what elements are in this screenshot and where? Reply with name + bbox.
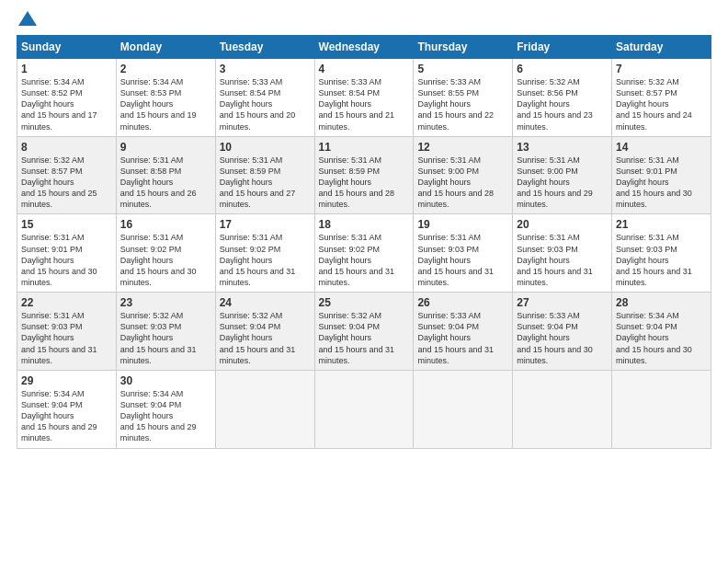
calendar-cell: 11 Sunrise: 5:31 AMSunset: 8:59 PMDaylig… [314, 136, 414, 214]
day-info: Sunrise: 5:34 AMSunset: 9:04 PMDaylight … [120, 388, 211, 444]
day-number: 21 [616, 218, 707, 231]
day-number: 2 [120, 63, 211, 75]
calendar-header-sunday: Sunday [17, 36, 117, 59]
calendar-cell: 20 Sunrise: 5:31 AMSunset: 9:03 PMDaylig… [513, 214, 612, 293]
calendar-cell: 30 Sunrise: 5:34 AMSunset: 9:04 PMDaylig… [116, 370, 215, 448]
header [17, 15, 711, 26]
calendar-week-3: 15 Sunrise: 5:31 AMSunset: 9:01 PMDaylig… [17, 214, 711, 293]
day-info: Sunrise: 5:32 AMSunset: 9:03 PMDaylight … [120, 310, 211, 366]
day-info: Sunrise: 5:34 AMSunset: 9:04 PMDaylight … [21, 388, 112, 444]
calendar-cell: 14 Sunrise: 5:31 AMSunset: 9:01 PMDaylig… [612, 136, 711, 214]
day-info: Sunrise: 5:31 AMSunset: 9:01 PMDaylight … [616, 155, 707, 211]
calendar-header-monday: Monday [116, 36, 215, 59]
day-info: Sunrise: 5:33 AMSunset: 8:54 PMDaylight … [319, 76, 410, 132]
calendar-cell: 28 Sunrise: 5:34 AMSunset: 9:04 PMDaylig… [612, 293, 711, 371]
calendar-cell: 21 Sunrise: 5:31 AMSunset: 9:03 PMDaylig… [612, 214, 711, 293]
calendar-cell: 8 Sunrise: 5:32 AMSunset: 8:57 PMDayligh… [17, 136, 117, 214]
calendar-cell: 25 Sunrise: 5:32 AMSunset: 9:04 PMDaylig… [314, 293, 414, 371]
calendar-cell: 16 Sunrise: 5:31 AMSunset: 9:02 PMDaylig… [116, 214, 215, 293]
day-info: Sunrise: 5:31 AMSunset: 8:59 PMDaylight … [220, 155, 311, 211]
day-number: 28 [616, 296, 707, 309]
day-info: Sunrise: 5:31 AMSunset: 9:00 PMDaylight … [417, 155, 508, 211]
day-info: Sunrise: 5:34 AMSunset: 8:53 PMDaylight … [120, 76, 211, 132]
day-info: Sunrise: 5:32 AMSunset: 8:56 PMDaylight … [517, 76, 608, 132]
calendar-header-wednesday: Wednesday [314, 36, 414, 59]
day-number: 26 [417, 296, 508, 309]
logo-triangle-icon [18, 11, 37, 26]
calendar-cell [414, 370, 513, 448]
day-number: 4 [319, 63, 410, 75]
day-number: 19 [417, 218, 508, 231]
day-number: 13 [517, 141, 608, 154]
day-number: 12 [417, 141, 508, 154]
day-number: 3 [220, 63, 311, 75]
calendar-cell: 19 Sunrise: 5:31 AMSunset: 9:03 PMDaylig… [414, 214, 513, 293]
calendar-table: SundayMondayTuesdayWednesdayThursdayFrid… [17, 35, 711, 449]
day-number: 27 [517, 296, 608, 309]
calendar-cell: 1 Sunrise: 5:34 AMSunset: 8:52 PMDayligh… [17, 59, 117, 137]
day-info: Sunrise: 5:33 AMSunset: 9:04 PMDaylight … [417, 310, 508, 366]
page: SundayMondayTuesdayWednesdayThursdayFrid… [0, 0, 728, 563]
calendar-cell: 5 Sunrise: 5:33 AMSunset: 8:55 PMDayligh… [414, 59, 513, 137]
calendar-week-5: 29 Sunrise: 5:34 AMSunset: 9:04 PMDaylig… [17, 370, 711, 448]
calendar-cell: 22 Sunrise: 5:31 AMSunset: 9:03 PMDaylig… [17, 293, 117, 371]
calendar-header-saturday: Saturday [612, 36, 711, 59]
day-info: Sunrise: 5:31 AMSunset: 9:03 PMDaylight … [21, 310, 112, 366]
calendar-week-1: 1 Sunrise: 5:34 AMSunset: 8:52 PMDayligh… [17, 59, 711, 137]
day-number: 7 [616, 63, 707, 75]
calendar-cell: 29 Sunrise: 5:34 AMSunset: 9:04 PMDaylig… [17, 370, 117, 448]
day-number: 25 [319, 296, 410, 309]
day-number: 16 [120, 218, 211, 231]
calendar-cell: 6 Sunrise: 5:32 AMSunset: 8:56 PMDayligh… [513, 59, 612, 137]
day-number: 5 [417, 63, 508, 75]
day-number: 15 [21, 218, 112, 231]
day-number: 1 [21, 63, 112, 75]
day-number: 30 [120, 374, 211, 387]
day-number: 14 [616, 141, 707, 154]
day-info: Sunrise: 5:32 AMSunset: 9:04 PMDaylight … [319, 310, 410, 366]
day-info: Sunrise: 5:31 AMSunset: 9:03 PMDaylight … [417, 232, 508, 288]
calendar-cell: 3 Sunrise: 5:33 AMSunset: 8:54 PMDayligh… [215, 59, 314, 137]
day-number: 8 [21, 141, 112, 154]
day-number: 17 [220, 218, 311, 231]
day-info: Sunrise: 5:31 AMSunset: 9:02 PMDaylight … [319, 232, 410, 288]
day-number: 10 [220, 141, 311, 154]
day-info: Sunrise: 5:31 AMSunset: 9:00 PMDaylight … [517, 155, 608, 211]
day-number: 11 [319, 141, 410, 154]
calendar-header-tuesday: Tuesday [215, 36, 314, 59]
day-info: Sunrise: 5:31 AMSunset: 9:01 PMDaylight … [21, 232, 112, 288]
day-info: Sunrise: 5:32 AMSunset: 8:57 PMDaylight … [616, 76, 707, 132]
calendar-header-row: SundayMondayTuesdayWednesdayThursdayFrid… [17, 36, 711, 59]
logo [17, 15, 37, 26]
calendar-cell: 9 Sunrise: 5:31 AMSunset: 8:58 PMDayligh… [116, 136, 215, 214]
day-info: Sunrise: 5:31 AMSunset: 9:03 PMDaylight … [517, 232, 608, 288]
day-info: Sunrise: 5:34 AMSunset: 9:04 PMDaylight … [616, 310, 707, 366]
calendar-cell: 13 Sunrise: 5:31 AMSunset: 9:00 PMDaylig… [513, 136, 612, 214]
calendar-cell: 4 Sunrise: 5:33 AMSunset: 8:54 PMDayligh… [314, 59, 414, 137]
day-info: Sunrise: 5:32 AMSunset: 9:04 PMDaylight … [220, 310, 311, 366]
calendar-header-friday: Friday [513, 36, 612, 59]
calendar-cell: 7 Sunrise: 5:32 AMSunset: 8:57 PMDayligh… [612, 59, 711, 137]
calendar-cell: 17 Sunrise: 5:31 AMSunset: 9:02 PMDaylig… [215, 214, 314, 293]
calendar-cell [215, 370, 314, 448]
calendar-cell: 2 Sunrise: 5:34 AMSunset: 8:53 PMDayligh… [116, 59, 215, 137]
day-number: 20 [517, 218, 608, 231]
calendar-cell: 12 Sunrise: 5:31 AMSunset: 9:00 PMDaylig… [414, 136, 513, 214]
calendar-cell: 24 Sunrise: 5:32 AMSunset: 9:04 PMDaylig… [215, 293, 314, 371]
calendar-cell [314, 370, 414, 448]
calendar-cell: 10 Sunrise: 5:31 AMSunset: 8:59 PMDaylig… [215, 136, 314, 214]
calendar-week-4: 22 Sunrise: 5:31 AMSunset: 9:03 PMDaylig… [17, 293, 711, 371]
day-info: Sunrise: 5:31 AMSunset: 9:02 PMDaylight … [220, 232, 311, 288]
day-number: 22 [21, 296, 112, 309]
calendar-cell: 23 Sunrise: 5:32 AMSunset: 9:03 PMDaylig… [116, 293, 215, 371]
calendar-cell: 15 Sunrise: 5:31 AMSunset: 9:01 PMDaylig… [17, 214, 117, 293]
day-info: Sunrise: 5:33 AMSunset: 8:55 PMDaylight … [417, 76, 508, 132]
day-info: Sunrise: 5:31 AMSunset: 8:58 PMDaylight … [120, 155, 211, 211]
day-number: 29 [21, 374, 112, 387]
day-info: Sunrise: 5:34 AMSunset: 8:52 PMDaylight … [21, 76, 112, 132]
calendar-cell: 27 Sunrise: 5:33 AMSunset: 9:04 PMDaylig… [513, 293, 612, 371]
day-number: 23 [120, 296, 211, 309]
day-info: Sunrise: 5:33 AMSunset: 9:04 PMDaylight … [517, 310, 608, 366]
day-number: 6 [517, 63, 608, 75]
day-info: Sunrise: 5:31 AMSunset: 9:02 PMDaylight … [120, 232, 211, 288]
